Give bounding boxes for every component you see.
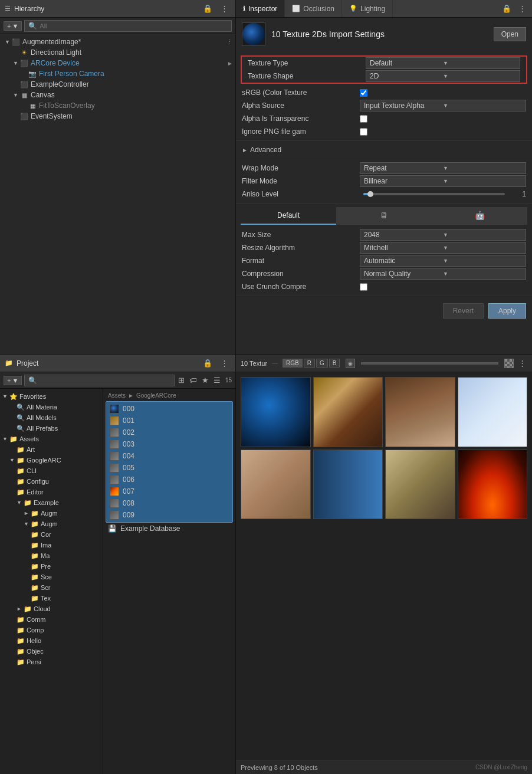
project-tag-btn[interactable]: 🏷 <box>188 375 198 386</box>
platform-tab-default[interactable]: Default <box>241 207 336 225</box>
crunch-checkbox[interactable] <box>360 283 367 291</box>
hierarchy-more-btn[interactable]: ⋮ <box>218 3 231 14</box>
channel-r-btn[interactable]: R <box>304 359 315 368</box>
texture-type-dropdown[interactable]: Default ▼ <box>366 57 520 69</box>
wrap-mode-dropdown[interactable]: Repeat ▼ <box>360 162 526 174</box>
preview-more-btn[interactable]: ⋮ <box>517 358 527 369</box>
tree-item-more-btn[interactable]: ⋮ <box>226 38 233 46</box>
ptree-objec[interactable]: 📁 Objec <box>0 646 103 657</box>
ptree-comp[interactable]: 📁 Comp <box>0 625 103 635</box>
preview-thumb-2[interactable] <box>385 377 455 447</box>
tree-item-first-person-camera[interactable]: 📷 First Person Camera <box>0 68 235 79</box>
ptree-art[interactable]: 📁 Art <box>0 444 103 455</box>
file-item-000[interactable]: 000 <box>107 403 231 415</box>
platform-tab-android[interactable]: 🤖 <box>432 207 527 225</box>
channel-b-btn[interactable]: B <box>329 359 340 368</box>
srgb-checkbox[interactable] <box>360 89 367 97</box>
alpha-transparent-checkbox[interactable] <box>360 115 367 123</box>
hierarchy-search-input[interactable] <box>40 22 228 29</box>
inspector-lock-btn[interactable]: 🔒 <box>500 3 514 14</box>
tree-item-arcore-device[interactable]: ▼ ⬛ ARCore Device ► <box>0 58 235 68</box>
ptree-tex[interactable]: 📁 Tex <box>0 593 103 604</box>
file-item-007[interactable]: 007 <box>107 486 231 497</box>
tree-item-directional-light[interactable]: ☀ Directional Light <box>0 47 235 58</box>
ptree-augm2[interactable]: ▼ 📁 Augm <box>0 519 103 529</box>
file-item-006[interactable]: 006 <box>107 474 231 486</box>
tab-occlusion[interactable]: ⬜ Occlusion <box>285 0 342 17</box>
ptree-all-materials[interactable]: 🔍 All Materia <box>0 402 103 412</box>
file-item-008[interactable]: 008 <box>107 497 231 509</box>
tree-item-fit-to-scan[interactable]: ▦ FitToScanOverlay <box>0 100 235 111</box>
ptree-all-models[interactable]: 🔍 All Models <box>0 412 103 423</box>
texture-shape-dropdown[interactable]: 2D ▼ <box>366 70 520 82</box>
ptree-hello[interactable]: 📁 Hello <box>0 635 103 646</box>
tab-lighting[interactable]: 💡 Lighting <box>342 0 393 17</box>
project-add-btn[interactable]: + ▼ <box>4 376 22 385</box>
project-more-btn[interactable]: ⋮ <box>218 358 231 369</box>
preview-thumb-7[interactable] <box>458 450 528 520</box>
project-search-input[interactable] <box>40 377 170 384</box>
project-star-btn[interactable]: ★ <box>201 375 210 386</box>
ptree-cor[interactable]: 📁 Cor <box>0 529 103 540</box>
ptree-cli[interactable]: 📁 CLI <box>0 465 103 476</box>
ptree-configu[interactable]: 📁 Configu <box>0 476 103 487</box>
ptree-augm1[interactable]: ► 📁 Augm <box>0 508 103 519</box>
folder-item-example-db[interactable]: 💾 Example Database <box>106 523 233 534</box>
ptree-scr[interactable]: 📁 Scr <box>0 582 103 593</box>
ptree-pre[interactable]: 📁 Pre <box>0 561 103 572</box>
tree-item-event-system[interactable]: ⬛ EventSystem <box>0 111 235 122</box>
ptree-cloud[interactable]: ► 📁 Cloud <box>0 604 103 614</box>
project-view-toggle[interactable]: ⊞ <box>177 375 186 386</box>
hierarchy-add-btn[interactable]: + ▼ <box>4 21 22 31</box>
ptree-sce[interactable]: 📁 Sce <box>0 572 103 582</box>
project-filter-btn[interactable]: ☰ <box>212 375 222 386</box>
preview-thumb-3[interactable] <box>458 377 528 447</box>
ptree-assets[interactable]: ▼ 📁 Assets <box>0 434 103 444</box>
ptree-favorites[interactable]: ▼ ⭐ Favorites <box>0 391 103 402</box>
tree-item-augmented-image[interactable]: ▼ ⬛ AugmentedImage* ⋮ <box>0 37 235 47</box>
ptree-editor[interactable]: 📁 Editor <box>0 487 103 497</box>
preview-exposure-slider[interactable] <box>361 362 498 365</box>
preview-thumb-1[interactable] <box>313 377 383 447</box>
revert-button[interactable]: Revert <box>443 303 484 319</box>
file-item-003[interactable]: 003 <box>107 438 231 450</box>
preview-thumb-4[interactable] <box>241 450 311 520</box>
preview-thumb-6[interactable] <box>385 450 455 520</box>
ptree-google-arcore[interactable]: ▼ 📁 GoogleARC <box>0 455 103 465</box>
file-item-002[interactable]: 002 <box>107 427 231 438</box>
format-dropdown[interactable]: Automatic ▼ <box>360 255 526 267</box>
apply-button[interactable]: Apply <box>488 303 526 319</box>
ptree-example[interactable]: ▼ 📁 Example <box>0 497 103 508</box>
preview-thumb-5[interactable] <box>313 450 383 520</box>
file-item-009[interactable]: 009 <box>107 509 231 521</box>
alpha-checker-btn[interactable] <box>504 359 514 368</box>
channel-g-btn[interactable]: G <box>316 359 328 368</box>
max-size-dropdown[interactable]: 2048 ▼ <box>360 229 526 241</box>
alpha-source-dropdown[interactable]: Input Texture Alpha ▼ <box>360 100 526 111</box>
tree-item-example-controller[interactable]: ⬛ ExampleController <box>0 79 235 90</box>
inspector-more-btn[interactable]: ⋮ <box>516 3 528 14</box>
open-button[interactable]: Open <box>494 27 526 41</box>
hierarchy-lock-btn[interactable]: 🔒 <box>201 3 215 14</box>
ptree-ma[interactable]: 📁 Ma <box>0 550 103 561</box>
ptree-persi[interactable]: 📁 Persi <box>0 657 103 667</box>
resize-algo-dropdown[interactable]: Mitchell ▼ <box>360 242 526 254</box>
aniso-level-slider[interactable] <box>363 193 505 195</box>
file-item-001[interactable]: 001 <box>107 415 231 427</box>
ignore-png-checkbox[interactable] <box>360 128 367 136</box>
preview-thumb-0[interactable] <box>241 377 311 447</box>
ptree-all-prefabs[interactable]: 🔍 All Prefabs <box>0 423 103 434</box>
tab-inspector[interactable]: ℹ Inspector <box>236 0 285 17</box>
tree-item-canvas[interactable]: ▼ ▦ Canvas <box>0 90 235 100</box>
alpha-circle-btn[interactable]: ◉ <box>346 359 355 368</box>
channel-rgb-btn[interactable]: RGB <box>283 359 303 368</box>
ptree-ima[interactable]: 📁 Ima <box>0 540 103 550</box>
advanced-section-header[interactable]: ► Advanced <box>236 143 532 156</box>
file-item-004[interactable]: 004 <box>107 450 231 462</box>
compression-dropdown[interactable]: Normal Quality ▼ <box>360 268 526 280</box>
file-item-005[interactable]: 005 <box>107 462 231 474</box>
filter-mode-dropdown[interactable]: Bilinear ▼ <box>360 175 526 187</box>
project-lock-btn[interactable]: 🔒 <box>201 358 215 369</box>
ptree-comm[interactable]: 📁 Comm <box>0 614 103 625</box>
platform-tab-standalone[interactable]: 🖥 <box>336 207 432 225</box>
